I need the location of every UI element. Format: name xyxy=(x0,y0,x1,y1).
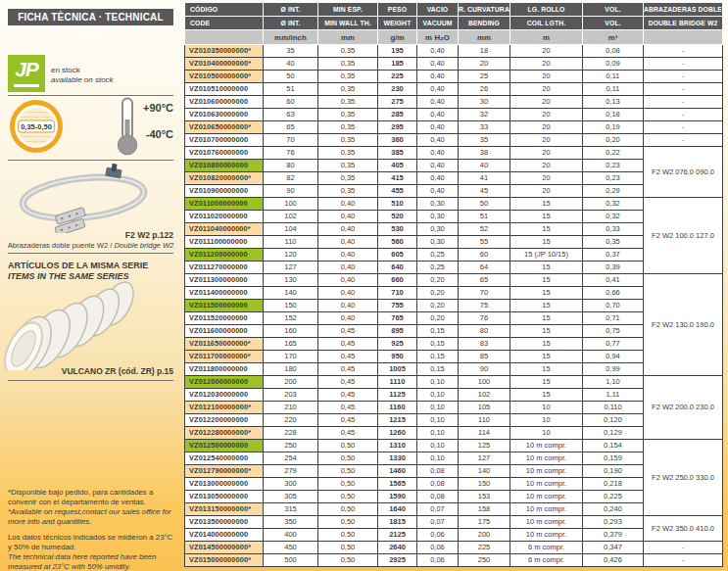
spec-value-cell: 0,50 xyxy=(318,516,378,529)
spec-value-cell: 0,50 xyxy=(318,554,378,567)
table-row: VZ0114000000001400,407100,2070150,66 xyxy=(185,287,723,300)
spec-value-cell: 0,159 xyxy=(583,452,644,465)
spec-value-cell: 32 xyxy=(459,109,510,121)
spec-value-cell: 203 xyxy=(264,389,318,402)
spec-value-cell: 41 xyxy=(459,172,510,185)
table-row: VZ0120300000002030,4511250,10102151,11 xyxy=(185,389,723,402)
spec-value-cell: 0,40 xyxy=(417,185,459,198)
spec-value-cell: 15 xyxy=(510,211,583,223)
spec-value-cell: 0,40 xyxy=(417,134,459,147)
spec-value-cell: 0,45 xyxy=(318,427,378,440)
product-code-cell: VZ010600000000 xyxy=(185,96,264,109)
spec-value-cell: 150 xyxy=(459,478,510,491)
spec-value-cell: 60 xyxy=(264,96,318,109)
product-code-cell: VZ010500000000* xyxy=(185,71,264,83)
col-header-clamps-en: DOUBLE BRIDGE W2 xyxy=(644,17,723,30)
spec-value-cell: 127 xyxy=(459,452,510,465)
spec-value-cell: 0,40 xyxy=(318,223,378,236)
spec-value-cell: 0,40 xyxy=(318,262,378,274)
spec-value-cell: 0,07 xyxy=(417,503,459,516)
clamp-product-image xyxy=(10,163,157,233)
spec-value-cell: 0,45 xyxy=(318,389,378,402)
spec-value-cell: 0,45 xyxy=(318,338,378,351)
spec-value-cell: 279 xyxy=(264,465,318,478)
col-header-weight-en: WEIGHT xyxy=(378,17,417,30)
spec-value-cell: 165 xyxy=(264,338,318,351)
spec-value-cell: 660 xyxy=(378,274,417,287)
spec-value-cell: 0,50 xyxy=(318,440,378,452)
spec-value-cell: 455 xyxy=(378,185,417,198)
table-row: VZ010800000000800,354050,4040200,23 xyxy=(185,160,723,172)
spec-value-cell: 0,40 xyxy=(318,211,378,223)
spec-value-cell: 10 m compr. xyxy=(510,503,583,516)
spec-value-cell: 0,10 xyxy=(417,452,459,465)
table-row: VZ0112000000001200,406050,256015 (JP 10/… xyxy=(185,249,723,262)
spec-value-cell: 0,45 xyxy=(318,351,378,363)
spec-value-cell: 20 xyxy=(510,83,583,96)
unit-weight: g/m xyxy=(378,30,417,45)
table-row: VZ012280000000*2280,4512600,10114100,129 xyxy=(185,427,723,440)
col-header-code-en: CODE xyxy=(185,17,264,30)
spec-value-cell: 0,08 xyxy=(583,45,644,58)
product-code-cell: VZ010400000000* xyxy=(185,58,264,71)
table-row: VZ0122000000002200,4512150,10110100,120 xyxy=(185,414,723,427)
product-code-cell: VZ013150000000* xyxy=(185,503,264,516)
spec-value-cell: 6 m compr. xyxy=(510,542,583,554)
spec-value-cell: 0,15 xyxy=(417,351,459,363)
spec-value-cell: 0,35 xyxy=(318,109,378,121)
product-code-cell: VZ012540000000 xyxy=(185,452,264,465)
spec-value-cell: 90 xyxy=(459,363,510,376)
col-header-code-es: CÓDIGO xyxy=(185,3,264,17)
spec-value-cell: 0,40 xyxy=(318,274,378,287)
spec-value-cell: 10 m compr. xyxy=(510,478,583,491)
spec-value-cell: 15 xyxy=(510,223,583,236)
spec-value-cell: 895 xyxy=(378,325,417,338)
technical-data-table: CÓDIGO Ø INT. MIN ESP. PESO VACIO R. CUR… xyxy=(184,2,723,567)
spec-value-cell: 220 xyxy=(264,414,318,427)
spec-value-cell: 0,45 xyxy=(318,376,378,389)
spec-value-cell: 20 xyxy=(510,58,583,71)
spec-value-cell: 160 xyxy=(264,325,318,338)
header-row-es: CÓDIGO Ø INT. MIN ESP. PESO VACIO R. CUR… xyxy=(185,3,723,17)
col-header-wall-en: MIN WALL TH. xyxy=(318,17,378,30)
wall-thickness-value: 0,35-0,50 xyxy=(18,120,55,133)
col-header-clamps-es: ABRAZADERAS DOBLE PUENTE W2 xyxy=(644,3,723,17)
table-row: VZ0120000000002000,4511100,10100151,10F2… xyxy=(185,376,723,389)
spec-value-cell: 40 xyxy=(264,58,318,71)
spec-value-cell: 52 xyxy=(459,223,510,236)
col-header-bending-en: BENDING xyxy=(459,17,510,30)
spec-value-cell: 0,94 xyxy=(583,351,644,363)
spec-value-cell: 60 xyxy=(459,249,510,262)
spec-value-cell: 15 xyxy=(510,198,583,211)
spec-value-cell: 15 xyxy=(510,236,583,249)
spec-value-cell: 15 xyxy=(510,338,583,351)
product-code-cell: VZ012500000000 xyxy=(185,440,264,452)
spec-value-cell: 83 xyxy=(459,338,510,351)
spec-value-cell: 0,40 xyxy=(318,236,378,249)
table-row: VZ0130000000003000,5015650,0815010 m com… xyxy=(185,478,723,491)
spec-value-cell: 140 xyxy=(264,287,318,300)
bridge-clamp-cell: - xyxy=(644,542,723,554)
spec-value-cell: 0,110 xyxy=(583,402,644,414)
product-code-cell: VZ014000000000 xyxy=(185,529,264,542)
bridge-clamp-cell: F2 W2 076.0 090.0 xyxy=(644,147,723,198)
table-row: VZ010350000000*350,351950,4018200,08- xyxy=(185,45,723,58)
product-code-cell: VZ010630000000 xyxy=(185,109,264,121)
spec-value-cell: 1260 xyxy=(378,427,417,440)
spec-value-cell: 20 xyxy=(510,172,583,185)
spec-value-cell: 0,50 xyxy=(318,503,378,516)
jp-brand-logo: JP xyxy=(8,55,45,92)
unit-coil: m xyxy=(510,30,583,45)
spec-value-cell: 0,33 xyxy=(583,223,644,236)
unit-blank-clamps xyxy=(644,30,723,45)
spec-value-cell: 285 xyxy=(378,109,417,121)
divider xyxy=(8,380,173,381)
spec-value-cell: 0,06 xyxy=(417,542,459,554)
table-row: VZ010500000000*500,352250,4025200,11- xyxy=(185,71,723,83)
spec-value-cell: 50 xyxy=(264,71,318,83)
spec-value-cell: 18 xyxy=(459,45,510,58)
table-row: VZ010400000000*400,351850,4020200,09- xyxy=(185,58,723,71)
col-header-volume-en: VOL. xyxy=(583,17,644,30)
spec-value-cell: 64 xyxy=(459,262,510,274)
spec-value-cell: 10 m compr. xyxy=(510,529,583,542)
